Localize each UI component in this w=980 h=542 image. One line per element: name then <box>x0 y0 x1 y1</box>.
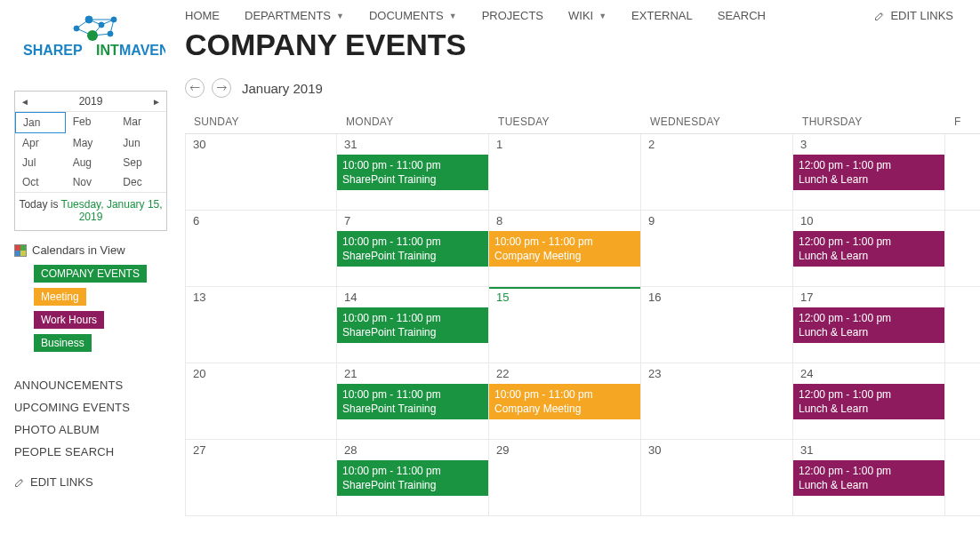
year-label[interactable]: 2019 <box>79 95 103 108</box>
calendar-event[interactable]: 10:00 pm - 11:00 pmCompany Meeting <box>489 384 640 419</box>
day-cell[interactable]: 1012:00 pm - 1:00 pmLunch & Learn <box>793 211 945 286</box>
day-cell[interactable]: 15 <box>489 287 641 363</box>
day-number: 15 <box>489 287 640 307</box>
leftnav-link[interactable]: PHOTO ALBUM <box>14 418 167 441</box>
nav-documents[interactable]: DOCUMENTS▼ <box>369 9 457 22</box>
day-cell[interactable]: 2210:00 pm - 11:00 pmCompany Meeting <box>489 363 641 439</box>
day-cell[interactable]: 3112:00 pm - 1:00 pmLunch & Learn <box>793 440 945 515</box>
day-number: 31 <box>793 440 944 460</box>
day-cell[interactable] <box>945 211 980 286</box>
calendar-event[interactable]: 12:00 pm - 1:00 pmLunch & Learn <box>793 460 944 496</box>
day-cell[interactable]: 29 <box>489 440 641 515</box>
day-cell[interactable] <box>945 287 980 363</box>
event-time: 10:00 pm - 11:00 pm <box>342 311 483 325</box>
nav-wiki[interactable]: WIKI▼ <box>568 9 606 22</box>
next-year-arrow[interactable]: ► <box>152 97 161 107</box>
day-cell[interactable]: 312:00 pm - 1:00 pmLunch & Learn <box>793 134 945 210</box>
day-number: 22 <box>489 363 640 384</box>
month-mar[interactable]: Mar <box>116 112 166 133</box>
day-cell[interactable]: 810:00 pm - 11:00 pmCompany Meeting <box>489 211 641 286</box>
day-cell[interactable]: 710:00 pm - 11:00 pmSharePoint Training <box>337 211 489 286</box>
day-cell[interactable]: 16 <box>641 287 793 363</box>
leftnav-link[interactable]: ANNOUNCEMENTS <box>14 374 167 396</box>
nav-home[interactable]: HOME <box>185 9 220 22</box>
month-jun[interactable]: Jun <box>116 133 166 153</box>
calendar-overlay-item[interactable]: Work Hours <box>34 311 104 329</box>
day-cell[interactable] <box>945 134 980 210</box>
calendar-event[interactable]: 10:00 pm - 11:00 pmSharePoint Training <box>337 307 488 343</box>
month-nov[interactable]: Nov <box>66 172 116 192</box>
nav-departments[interactable]: DEPARTMENTS▼ <box>245 9 344 22</box>
svg-point-12 <box>108 31 113 36</box>
month-jul[interactable]: Jul <box>15 153 66 172</box>
month-may[interactable]: May <box>66 133 116 153</box>
day-cell[interactable]: 3110:00 pm - 11:00 pmSharePoint Training <box>337 134 489 210</box>
year-picker: ◄ 2019 ► JanFebMarAprMayJunJulAugSepOctN… <box>14 91 167 231</box>
day-cell[interactable]: 2810:00 pm - 11:00 pmSharePoint Training <box>337 440 489 515</box>
month-aug[interactable]: Aug <box>66 153 116 172</box>
month-label[interactable]: January 2019 <box>242 81 323 96</box>
calendar-event[interactable]: 12:00 pm - 1:00 pmLunch & Learn <box>793 384 944 419</box>
calendar-event[interactable]: 10:00 pm - 11:00 pmSharePoint Training <box>337 155 488 190</box>
prev-year-arrow[interactable]: ◄ <box>20 97 29 107</box>
next-month-button[interactable]: 🡒 <box>212 78 231 98</box>
edit-links-left[interactable]: EDIT LINKS <box>14 475 167 489</box>
day-cell[interactable] <box>945 363 980 439</box>
day-number: 8 <box>489 211 640 231</box>
leftnav-link[interactable]: PEOPLE SEARCH <box>14 441 167 463</box>
day-number: 16 <box>641 287 792 307</box>
nav-external[interactable]: EXTERNAL <box>631 9 693 22</box>
month-apr[interactable]: Apr <box>15 133 66 153</box>
event-time: 10:00 pm - 11:00 pm <box>494 387 635 402</box>
month-feb[interactable]: Feb <box>66 112 116 133</box>
chevron-down-icon: ▼ <box>336 12 344 20</box>
edit-links-top[interactable]: EDIT LINKS <box>874 9 953 22</box>
month-dec[interactable]: Dec <box>116 172 166 192</box>
day-cell[interactable]: 1 <box>489 134 641 210</box>
nav-search[interactable]: SEARCH <box>718 9 766 22</box>
day-cell[interactable]: 2110:00 pm - 11:00 pmSharePoint Training <box>337 363 489 439</box>
leftnav-link[interactable]: UPCOMING EVENTS <box>14 396 167 418</box>
day-cell[interactable] <box>945 440 980 515</box>
calendar-event[interactable]: 10:00 pm - 11:00 pmSharePoint Training <box>337 384 488 419</box>
day-cell[interactable]: 9 <box>641 211 793 286</box>
day-number: 9 <box>641 211 792 231</box>
svg-point-13 <box>87 30 98 41</box>
calendar-event[interactable]: 10:00 pm - 11:00 pmCompany Meeting <box>489 231 640 267</box>
day-cell[interactable]: 30 <box>641 440 793 515</box>
day-cell[interactable]: 20 <box>185 363 337 439</box>
logo[interactable]: SHAREP INT MAVEN <box>14 11 167 64</box>
calendar-overlay-item[interactable]: Meeting <box>34 288 86 306</box>
today-date[interactable]: Tuesday, January 15, 2019 <box>61 198 163 223</box>
day-cell[interactable]: 1712:00 pm - 1:00 pmLunch & Learn <box>793 287 945 363</box>
calendar-event[interactable]: 12:00 pm - 1:00 pmLunch & Learn <box>793 155 944 190</box>
day-cell[interactable]: 23 <box>641 363 793 439</box>
month-sep[interactable]: Sep <box>116 153 166 172</box>
day-cell[interactable]: 13 <box>185 287 337 363</box>
event-title: Company Meeting <box>494 402 635 416</box>
event-title: SharePoint Training <box>342 402 483 416</box>
nav-projects[interactable]: PROJECTS <box>482 9 543 22</box>
month-oct[interactable]: Oct <box>15 172 66 192</box>
calendar-event[interactable]: 12:00 pm - 1:00 pmLunch & Learn <box>793 307 944 343</box>
day-cell[interactable]: 30 <box>185 134 337 210</box>
day-cell[interactable]: 2 <box>641 134 793 210</box>
calendar-event[interactable]: 10:00 pm - 11:00 pmSharePoint Training <box>337 231 488 267</box>
day-number: 23 <box>641 363 792 384</box>
calendar-event[interactable]: 12:00 pm - 1:00 pmLunch & Learn <box>793 231 944 267</box>
day-cell[interactable]: 6 <box>185 211 337 286</box>
svg-text:MAVEN: MAVEN <box>119 43 165 58</box>
today-indicator <box>489 287 640 289</box>
day-cell[interactable]: 2412:00 pm - 1:00 pmLunch & Learn <box>793 363 945 439</box>
event-time: 10:00 pm - 11:00 pm <box>342 387 483 402</box>
day-cell[interactable]: 1410:00 pm - 11:00 pmSharePoint Training <box>337 287 489 363</box>
day-number: 21 <box>337 363 488 384</box>
day-cell[interactable]: 27 <box>185 440 337 515</box>
prev-month-button[interactable]: 🡐 <box>185 78 205 98</box>
calendar-overlay-item[interactable]: COMPANY EVENTS <box>34 265 147 283</box>
day-number: 24 <box>793 363 944 384</box>
calendar-event[interactable]: 10:00 pm - 11:00 pmSharePoint Training <box>337 460 488 496</box>
calendar-overlay-item[interactable]: Business <box>34 334 92 352</box>
month-jan[interactable]: Jan <box>15 112 66 133</box>
event-time: 10:00 pm - 11:00 pm <box>342 158 483 172</box>
